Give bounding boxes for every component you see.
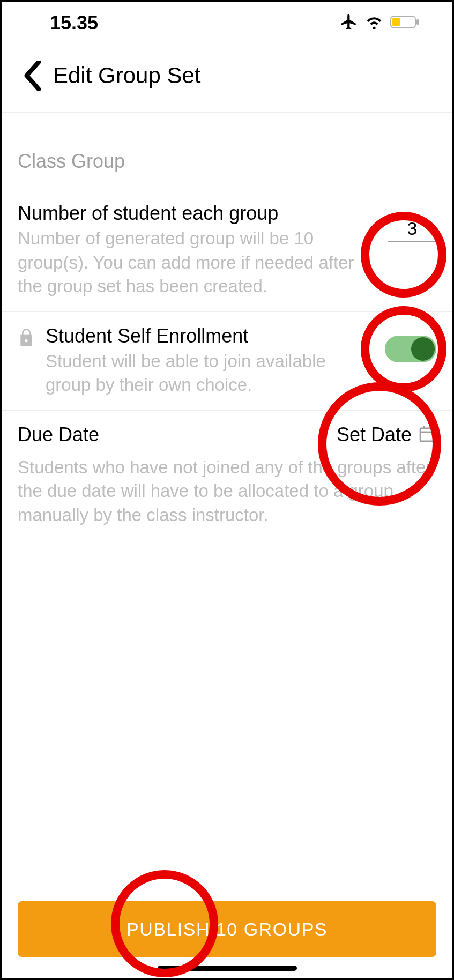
calendar-icon xyxy=(418,425,436,445)
group-size-row: Number of student each group Number of g… xyxy=(2,189,452,312)
due-date-title: Due Date xyxy=(18,424,99,446)
back-button[interactable] xyxy=(23,61,42,91)
set-date-button[interactable]: Set Date xyxy=(337,424,436,446)
svg-rect-1 xyxy=(416,19,419,25)
lock-icon xyxy=(18,325,35,350)
group-size-title: Number of student each group xyxy=(18,202,377,225)
svg-rect-2 xyxy=(392,18,400,26)
home-indicator xyxy=(158,966,297,971)
section-label: Class Group xyxy=(2,113,452,189)
self-enrollment-desc: Student will be able to join available g… xyxy=(46,350,374,397)
self-enrollment-toggle[interactable] xyxy=(385,336,436,362)
airplane-mode-icon xyxy=(340,13,358,33)
battery-icon xyxy=(390,14,420,32)
due-date-desc: Students who have not joined any of the … xyxy=(18,456,436,528)
wifi-icon xyxy=(366,13,383,33)
svg-rect-3 xyxy=(420,428,434,441)
group-size-desc: Number of generated group will be 10 gro… xyxy=(18,227,377,299)
self-enrollment-title: Student Self Enrollment xyxy=(46,325,374,347)
publish-button[interactable]: PUBLISH 10 GROUPS xyxy=(18,901,436,957)
header: Edit Group Set xyxy=(2,44,452,113)
status-time: 15.35 xyxy=(50,12,98,34)
group-size-input[interactable] xyxy=(388,218,436,242)
due-date-row: Due Date Set Date Students who have not … xyxy=(2,411,452,541)
status-bar: 15.35 xyxy=(2,2,452,44)
header-title: Edit Group Set xyxy=(53,63,200,88)
set-date-label: Set Date xyxy=(337,424,412,446)
status-icons xyxy=(340,13,420,33)
publish-button-label: PUBLISH 10 GROUPS xyxy=(126,919,328,940)
self-enrollment-row: Student Self Enrollment Student will be … xyxy=(2,312,452,411)
